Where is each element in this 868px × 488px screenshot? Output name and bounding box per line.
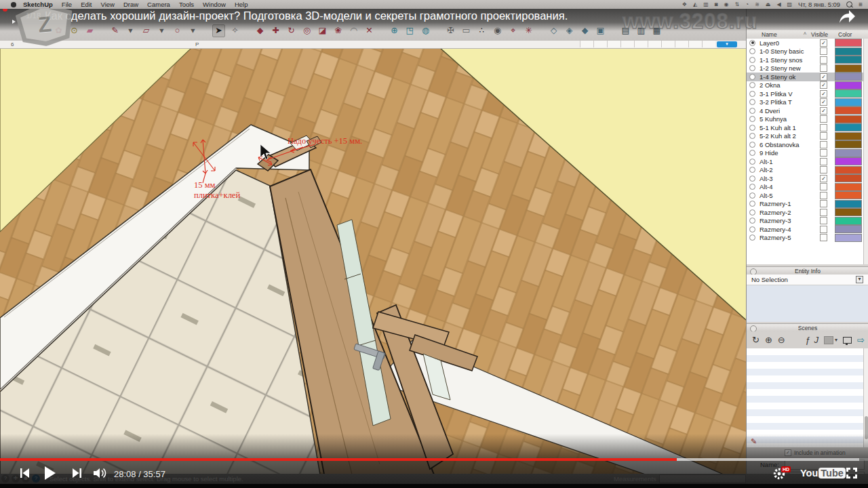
layer-row[interactable]: 6 Obstanovka: [747, 140, 863, 149]
layer-color-swatch[interactable]: [835, 106, 862, 115]
layer-visible-checkbox[interactable]: ✓: [820, 81, 827, 89]
layer-row[interactable]: Alt-3✓: [747, 174, 863, 183]
layer-visible-checkbox[interactable]: [820, 226, 827, 233]
layer-visible-checkbox[interactable]: [820, 192, 827, 199]
layer-visible-checkbox[interactable]: ✓: [820, 39, 827, 47]
layer-active-radio[interactable]: [749, 40, 755, 46]
volume-icon[interactable]: ◀: [776, 1, 781, 7]
layer-color-swatch[interactable]: [835, 89, 862, 98]
entity-add-icon[interactable]: ▾: [856, 276, 863, 283]
layer-visible-checkbox[interactable]: [820, 209, 827, 216]
layer-active-radio[interactable]: [749, 159, 755, 165]
menu-item-camera[interactable]: Camera: [147, 1, 170, 8]
layer-color-swatch[interactable]: [835, 140, 862, 148]
layer-color-swatch[interactable]: [835, 200, 862, 208]
layer-visible-checkbox[interactable]: [820, 56, 827, 64]
notification-center-icon[interactable]: ≡: [859, 1, 863, 8]
layer-active-radio[interactable]: [749, 235, 755, 241]
scene-view-dropdown-icon[interactable]: ▾: [835, 337, 837, 343]
layer-color-swatch[interactable]: [835, 64, 862, 73]
apple-menu-icon[interactable]: [11, 2, 16, 7]
layer-active-radio[interactable]: [749, 48, 755, 54]
fullscreen-button[interactable]: [844, 465, 860, 481]
column-visible[interactable]: Visible: [811, 31, 828, 38]
layer-row[interactable]: 3-2 Plitka T✓: [747, 98, 863, 107]
layer-row[interactable]: Alt-4: [747, 183, 863, 192]
app-sync-icon[interactable]: ❖: [682, 1, 687, 7]
layer-color-swatch[interactable]: [835, 149, 862, 157]
layer-active-radio[interactable]: [749, 74, 755, 80]
column-name[interactable]: Name: [762, 31, 777, 38]
layer-active-radio[interactable]: [749, 108, 755, 114]
layer-row[interactable]: Alt-5: [747, 191, 863, 200]
layer-color-swatch[interactable]: [835, 225, 862, 233]
layer-active-radio[interactable]: [749, 176, 755, 182]
layer-row[interactable]: 4 Dveri✓: [747, 106, 863, 115]
layer-visible-checkbox[interactable]: [820, 64, 827, 72]
layer-row[interactable]: 1-0 Steny basic: [747, 47, 863, 56]
menu-item-window[interactable]: Window: [203, 1, 226, 8]
layer-active-radio[interactable]: [749, 99, 755, 105]
layer-active-radio[interactable]: [749, 65, 755, 71]
layer-row[interactable]: 1-4 Steny ok✓: [747, 73, 863, 81]
layer-row[interactable]: Alt-1: [747, 157, 863, 166]
scene-display-icon[interactable]: [843, 337, 852, 344]
eject-icon[interactable]: ⏏: [766, 1, 771, 7]
layer-color-swatch[interactable]: [835, 73, 862, 81]
drive-icon[interactable]: ◭: [693, 1, 697, 7]
layer-row[interactable]: 5-2 Kuh alt 2: [747, 132, 863, 141]
layer-list-scrollbar[interactable]: [863, 39, 868, 264]
layer-color-swatch[interactable]: [835, 123, 862, 131]
layer-color-swatch[interactable]: [835, 39, 862, 47]
layer-color-swatch[interactable]: [835, 217, 862, 225]
layer-color-swatch[interactable]: [835, 208, 862, 216]
layer-color-swatch[interactable]: [835, 47, 862, 56]
layer-row[interactable]: 2 Okna✓: [747, 81, 863, 90]
spotlight-icon[interactable]: [846, 1, 852, 7]
layer-row[interactable]: Razmery-2: [747, 208, 863, 217]
scene-remove-icon[interactable]: ⊖: [778, 335, 785, 345]
layer-active-radio[interactable]: [749, 192, 755, 199]
spaces-icon[interactable]: ▥: [703, 1, 709, 7]
layer-color-swatch[interactable]: [835, 191, 862, 199]
layer-color-swatch[interactable]: [835, 174, 862, 182]
layer-active-radio[interactable]: [749, 226, 755, 232]
layer-visible-checkbox[interactable]: [820, 200, 827, 207]
layer-visible-checkbox[interactable]: [820, 141, 827, 148]
layer-visible-checkbox[interactable]: [820, 166, 827, 174]
layer-row[interactable]: 9 Hide: [747, 149, 863, 158]
column-color[interactable]: Color: [838, 31, 852, 38]
layer-color-swatch[interactable]: [835, 115, 862, 123]
scene-update-icon[interactable]: ↻: [752, 335, 760, 345]
shield-icon[interactable]: ◙: [715, 1, 718, 7]
layer-active-radio[interactable]: [749, 116, 755, 122]
sketchup-viewport[interactable]: Надо учесть +15 мм. 15 мм плитка+клей: [0, 47, 746, 474]
layer-active-radio[interactable]: [749, 184, 755, 190]
time-machine-icon[interactable]: ◔: [745, 1, 749, 7]
layer-active-radio[interactable]: [749, 209, 755, 216]
layer-color-swatch[interactable]: [835, 98, 862, 106]
layer-color-swatch[interactable]: [835, 56, 862, 64]
layer-row[interactable]: Layer0✓: [747, 39, 863, 47]
layer-visible-checkbox[interactable]: ✓: [820, 175, 827, 182]
play-button[interactable]: [39, 464, 58, 483]
layer-row[interactable]: 5 Kuhnya: [747, 115, 863, 124]
scenes-scrollbar[interactable]: [863, 348, 868, 447]
menu-item-view[interactable]: View: [101, 1, 115, 8]
layer-active-radio[interactable]: [749, 57, 755, 63]
layer-color-swatch[interactable]: [835, 234, 862, 242]
layer-row[interactable]: 3-1 Plitka V✓: [747, 89, 863, 98]
layer-active-radio[interactable]: [749, 91, 755, 97]
layer-visible-checkbox[interactable]: [820, 158, 827, 165]
layer-active-radio[interactable]: [749, 142, 755, 148]
scene-move-down-icon[interactable]: ƒ: [805, 335, 810, 345]
menu-item-draw[interactable]: Draw: [123, 1, 138, 8]
layer-row[interactable]: 1-1 Steny snos: [747, 56, 863, 64]
menu-item-help[interactable]: Help: [235, 1, 248, 8]
wifi-icon[interactable]: ≋: [755, 1, 760, 7]
layer-visible-checkbox[interactable]: [820, 149, 827, 157]
layer-color-swatch[interactable]: [835, 183, 862, 191]
layer-active-radio[interactable]: [749, 125, 755, 131]
menu-item-file[interactable]: File: [62, 1, 72, 8]
layer-visible-checkbox[interactable]: [820, 47, 827, 55]
